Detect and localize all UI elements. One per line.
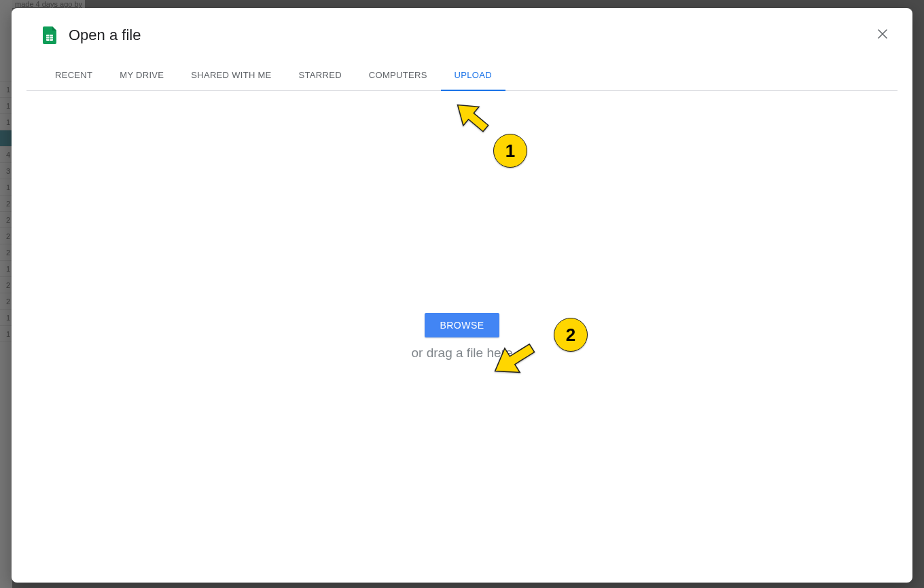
sheets-icon bbox=[43, 26, 56, 44]
tabs-bar: RECENT MY DRIVE SHARED WITH ME STARRED C… bbox=[26, 60, 898, 91]
tab-recent[interactable]: RECENT bbox=[41, 60, 106, 91]
modal-title: Open a file bbox=[69, 26, 141, 44]
modal-header: Open a file bbox=[12, 8, 912, 60]
browse-button[interactable]: BROWSE bbox=[425, 313, 499, 337]
tab-shared-with-me[interactable]: SHARED WITH ME bbox=[177, 60, 285, 91]
upload-drop-area[interactable]: BROWSE or drag a file here bbox=[12, 91, 912, 583]
tab-my-drive[interactable]: MY DRIVE bbox=[106, 60, 177, 91]
close-button[interactable] bbox=[872, 24, 893, 46]
tab-computers[interactable]: COMPUTERS bbox=[355, 60, 441, 91]
tab-upload[interactable]: UPLOAD bbox=[441, 60, 505, 91]
open-file-modal: Open a file RECENT MY DRIVE SHARED WITH … bbox=[12, 8, 912, 583]
drag-hint-text: or drag a file here bbox=[412, 346, 513, 361]
tab-starred[interactable]: STARRED bbox=[285, 60, 355, 91]
close-icon bbox=[876, 28, 889, 43]
